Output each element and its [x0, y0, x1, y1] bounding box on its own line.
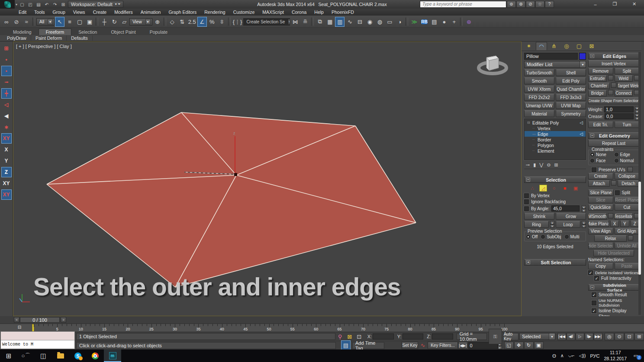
quickslice-button[interactable]: QuickSlice [588, 204, 613, 211]
sep[interactable] [164, 17, 166, 26]
attach-settings-button[interactable] [611, 180, 616, 186]
y-coord-field[interactable] [402, 333, 424, 340]
select-object-icon[interactable]: ↖ [55, 17, 64, 27]
minimize-button[interactable]: – [586, 0, 605, 8]
bridge-button[interactable]: Bridge [588, 90, 607, 96]
material-editor-icon[interactable]: ◉ [365, 17, 374, 27]
axis-xy-button[interactable]: XY [1, 178, 12, 189]
selection-filter-dropdown[interactable]: All▾ [36, 18, 55, 26]
unlink-selection-icon[interactable]: ⊘ [12, 17, 21, 27]
axis-z-button[interactable]: Z [1, 167, 12, 177]
weld-button[interactable]: Weld [615, 75, 633, 82]
repeat-last-button[interactable]: Repeat Last [588, 140, 639, 147]
named-selection-sets-icon[interactable]: {⋮} [232, 17, 243, 27]
save-file-icon[interactable]: ▤ [35, 1, 42, 8]
stack-item[interactable]: —Edge◁ [525, 131, 586, 137]
maximize-viewport-icon[interactable]: ▣ [534, 342, 544, 349]
modifier-preset-button[interactable]: Symmetry [556, 110, 586, 117]
logo-dropdown-arrow-icon[interactable]: ▾ [16, 3, 17, 6]
select-and-link-icon[interactable]: ∞ [2, 17, 11, 27]
loop-spinner[interactable]: ▲▼ [582, 221, 586, 227]
menu-item[interactable]: Animation [137, 9, 165, 16]
constraint-edge-radio[interactable]: Edge [615, 152, 638, 157]
menu-item[interactable]: MAXScript [258, 9, 288, 16]
slice-button[interactable]: Slice [588, 197, 613, 203]
axis-y-button[interactable]: Y [1, 156, 12, 166]
scene-explorer-icon[interactable]: ▥ [335, 17, 345, 27]
soft-selection-rollout-header[interactable]: +Soft Selection [524, 259, 586, 266]
menu-item[interactable]: Rendering [200, 9, 229, 16]
constraint-normal-radio[interactable]: Normal [615, 158, 638, 163]
menu-item[interactable]: Help [310, 9, 328, 16]
ribbon-tab-selection[interactable]: Selection [71, 29, 104, 35]
align-icon[interactable]: ≞ [300, 17, 310, 27]
unhide-all-button[interactable]: Unhide All [615, 243, 640, 249]
preview-multi-radio[interactable]: Multi [565, 234, 580, 239]
target-weld-button[interactable]: Target Weld [618, 83, 639, 89]
task-view-icon[interactable]: ◫ [35, 349, 52, 362]
rendered-frame-icon[interactable]: ▭ [385, 17, 394, 27]
ring-button[interactable]: Ring [524, 221, 549, 228]
bind-to-space-warp-icon[interactable]: ≈ [22, 17, 31, 27]
snap-midpoint-icon[interactable]: ┿ [1, 88, 12, 99]
snap-pivot-icon[interactable]: • [1, 54, 12, 65]
set-key-button[interactable]: Set Key [402, 342, 418, 349]
panel-scrollbar-thumb[interactable] [638, 182, 641, 275]
undo-icon[interactable]: ↶ [43, 1, 51, 8]
edge-subobject-icon[interactable]: ◿ [539, 185, 547, 192]
element-subobject-icon[interactable]: ▣ [572, 185, 580, 192]
full-interactivity-checkbox[interactable]: Full Interactivity [588, 276, 639, 281]
by-vertex-checkbox[interactable]: By Vertex [524, 193, 586, 198]
modifier-preset-button[interactable]: UVW Xform [524, 86, 554, 93]
menu-item[interactable]: Group [49, 9, 69, 16]
edit-edges-rollout-header[interactable]: −Edit Edges [588, 53, 639, 59]
listener-output[interactable]: Welcome to M [1, 340, 74, 349]
modifier-preset-button[interactable]: Smooth [524, 77, 554, 84]
subscription-icon[interactable]: ⊕ [516, 1, 525, 8]
add-time-tag[interactable]: Add Time Tag [352, 342, 384, 349]
phoenix-fd-icon[interactable]: ⊛ [464, 17, 473, 27]
zoom-icon[interactable]: ◎ [605, 333, 614, 340]
split-button[interactable]: Split [615, 68, 640, 74]
corona-toolbar-icon[interactable]: ≫ [409, 17, 419, 27]
workspace-dropdown[interactable]: Workspace: Default▾ ⏷ [68, 1, 123, 8]
select-and-rotate-icon[interactable]: ↻ [109, 17, 119, 27]
isoline-display-checkbox[interactable]: Isoline Display [588, 308, 639, 313]
help-icon[interactable]: ? [545, 1, 554, 8]
make-planar-button[interactable]: Make Planar [588, 221, 609, 227]
go-to-start-button[interactable]: |◀◀ [557, 333, 566, 340]
tray-chevron-icon[interactable]: ∧ [560, 353, 564, 359]
angle-value-field[interactable]: 45,0 [551, 205, 580, 211]
create-button[interactable]: Create [588, 173, 613, 179]
remove-modifier-icon[interactable]: ⊖ [547, 162, 551, 168]
gizmo-center-vertex[interactable] [234, 173, 237, 176]
sep[interactable] [311, 17, 314, 26]
search-input[interactable]: Type a keyword or phrase [420, 1, 506, 8]
angle-snap-icon[interactable]: ∠ [197, 17, 207, 27]
modifier-list-dropdown[interactable]: Modifier List▾ [524, 61, 586, 68]
tab-modify[interactable]: ◠ [536, 42, 547, 50]
next-frame-button[interactable]: ‖▶ [585, 333, 593, 340]
schematic-view-icon[interactable]: ⊟ [355, 17, 364, 27]
snap-xy-icon[interactable]: XY [1, 133, 12, 144]
tab-utilities[interactable]: ⊠ [586, 42, 597, 50]
menu-item[interactable]: Modifiers [110, 9, 137, 16]
spinner-snap-icon[interactable]: ⇳ [217, 17, 227, 27]
cut-button[interactable]: Cut [615, 204, 640, 211]
track-bar[interactable]: ⊟ 51015202530354045505560657075808590951… [0, 324, 644, 332]
skype-icon[interactable]: S [69, 349, 87, 362]
select-and-manipulate-icon[interactable]: ◇ [167, 17, 177, 27]
grow-button[interactable]: Grow [556, 213, 586, 220]
vertex-subobject-icon[interactable]: ∴ [528, 185, 536, 192]
render-setup-icon[interactable]: ◍ [375, 17, 384, 27]
sep[interactable] [32, 17, 35, 26]
tab-motion[interactable]: ◎ [561, 42, 572, 50]
insert-vertex-button[interactable]: Insert Vertex [588, 60, 639, 67]
modifier-preset-button[interactable]: Edit Poly [556, 77, 586, 84]
extrude-settings-button[interactable] [608, 75, 613, 80]
chamfer-button[interactable]: Chamfer [588, 83, 610, 89]
weight-field[interactable]: 1,0 [604, 106, 634, 112]
keyboard-shortcut-override-icon[interactable]: ⇅ [177, 17, 187, 27]
sep[interactable] [96, 17, 98, 26]
ribbon-subtab-defaults[interactable]: Defaults [67, 35, 93, 41]
